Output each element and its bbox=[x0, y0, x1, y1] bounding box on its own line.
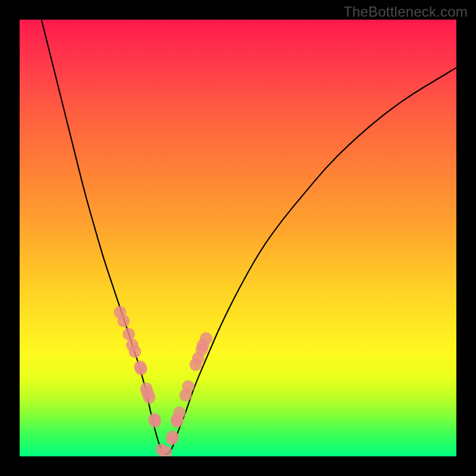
watermark-text: TheBottleneck.com bbox=[343, 4, 468, 20]
data-marker bbox=[143, 391, 156, 403]
chart-overlay bbox=[20, 20, 456, 456]
bottleneck-curve bbox=[42, 20, 456, 454]
data-marker bbox=[166, 430, 178, 443]
data-markers-group bbox=[114, 306, 212, 456]
data-marker bbox=[117, 315, 130, 327]
data-marker bbox=[135, 363, 148, 375]
data-marker bbox=[123, 328, 135, 340]
data-marker bbox=[149, 415, 161, 428]
chart-frame: { "watermark": "TheBottleneck.com", "col… bbox=[0, 0, 476, 476]
data-marker bbox=[173, 406, 186, 419]
data-marker bbox=[200, 332, 212, 345]
data-marker bbox=[129, 345, 141, 358]
data-marker bbox=[182, 380, 195, 393]
